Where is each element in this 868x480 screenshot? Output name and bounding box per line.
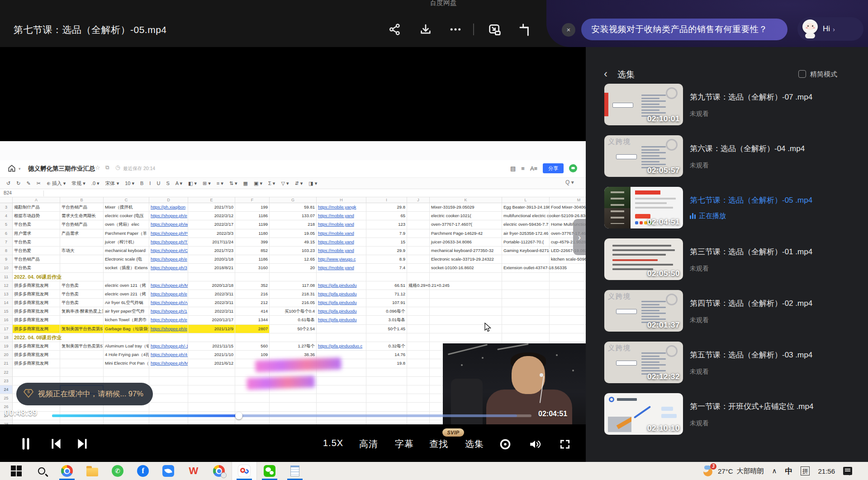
taskbar-baidu-netdisk[interactable] (232, 462, 257, 480)
previous-episode-button[interactable] (50, 437, 62, 453)
column-header-F: F (235, 197, 270, 203)
taskbar-start-button[interactable] (4, 462, 29, 480)
cell-C13: electric oven 221（烤 (104, 290, 149, 299)
hidden-icons-caret[interactable]: ∧ (768, 462, 781, 480)
toolbar-item[interactable]: ◨ ▾ (308, 181, 317, 186)
toolbar-item[interactable]: B (140, 181, 143, 186)
settings-icon[interactable] (499, 438, 512, 452)
toolbar-item[interactable]: ⇅ ▾ (229, 181, 237, 186)
row-number: 17 (0, 325, 13, 333)
taskbar-whatsapp[interactable]: ✆ (105, 462, 130, 480)
table-row: 4根据市场趋势需求大生命周期长electric cooker (电压https:… (0, 212, 586, 220)
cell-I14: 107.91 (366, 299, 407, 307)
next-episode-button[interactable] (76, 437, 89, 453)
taskbar-lark[interactable] (156, 462, 181, 480)
cell-C12: electric oven 121（烤 (104, 281, 149, 290)
taskbar-file-explorer[interactable] (80, 462, 105, 480)
cell-I25 (366, 394, 407, 403)
notification-center-icon[interactable] (839, 462, 856, 480)
toolbar-item[interactable]: Σ ▾ (268, 181, 275, 186)
quality-button[interactable]: 高清 (359, 438, 378, 450)
playlist-item[interactable]: 02:04:51第七节课：选品（全解析）-05 .mp4正在播放 (604, 187, 858, 228)
ai-search-pill[interactable]: 安装视频对于收纳类产品的销售有何重要性？ (581, 19, 787, 40)
fullscreen-icon[interactable] (559, 438, 571, 452)
cell-J14 (407, 299, 430, 307)
toolbar-item[interactable]: ▦ (243, 181, 248, 186)
cell-I20: 14.76 (366, 351, 407, 359)
panel-back-icon[interactable]: ‹ (604, 68, 607, 80)
panel-collapse-tab[interactable]: › (573, 219, 586, 255)
cell-H3: https://mobile.yangk (317, 203, 366, 212)
cell-J11 (407, 273, 430, 281)
simple-mode-checkbox[interactable] (798, 70, 806, 78)
playlist-item[interactable]: 02:10:01第九节课：选品（全解析）-07 .mp4未观看 (604, 84, 858, 125)
playlist-item[interactable]: 义跨境02:05:57第六课：选品（全解析）-04 .mp4未观看 (604, 135, 858, 177)
toolbar-item[interactable]: .0 ▾ (91, 181, 100, 186)
toolbar-item[interactable]: ✎ (26, 181, 30, 186)
toolbar-item[interactable]: 10 ▾ (125, 181, 134, 186)
row-number: 15 (0, 307, 13, 316)
presenter-body (486, 390, 572, 424)
toolbar-item[interactable]: ⊕ 插入 ▾ (47, 180, 66, 187)
taskbar-wps-office[interactable]: W (181, 462, 206, 480)
close-search-icon[interactable]: × (562, 23, 575, 37)
buffering-text: 视频正在缓冲中，请稍候... 97% (38, 389, 143, 399)
playlist-item[interactable]: 02:10:10第一节课：开班仪式+店铺定位 .mp4未观看 (604, 393, 858, 435)
toolbar-item[interactable]: 宋体 ▾ (105, 180, 119, 187)
playlist-item[interactable]: 02:05:50第三节课：选品（全解析）-01 .mp4未观看 (604, 238, 858, 280)
taskbar-wechat[interactable] (257, 462, 282, 480)
screenshot-crop-icon[interactable] (518, 23, 533, 37)
speed-button[interactable]: 1.5X (323, 438, 343, 448)
episodes-button[interactable]: 选集 (465, 438, 484, 450)
cell-E14: 2022/3/11 (188, 299, 235, 307)
toolbar-item[interactable]: ✂ (37, 181, 41, 186)
chair (451, 379, 483, 424)
share-icon[interactable] (388, 23, 403, 37)
chevron-right-icon: › (833, 25, 835, 33)
mini-player-icon[interactable] (488, 23, 502, 37)
more-icon[interactable] (449, 23, 463, 37)
toolbar-item[interactable]: 常规 ▾ (71, 180, 85, 187)
toolbar-item[interactable]: ⊞ ▾ (203, 181, 211, 186)
toolbar-item[interactable]: U (157, 181, 160, 186)
toolbar-item[interactable]: S (166, 181, 169, 186)
volume-icon[interactable] (528, 437, 542, 453)
column-header-M: M (550, 197, 586, 203)
cell-G10: 20 (270, 264, 317, 272)
episode-thumbnail: 02:10:01 (604, 84, 683, 125)
taskbar-notepad[interactable] (282, 462, 308, 480)
ime-language[interactable]: 中 (781, 462, 797, 480)
playlist-item[interactable]: 义跨境02:12:32第五节课：选品（全解析）-03 .mp4未观看 (604, 342, 858, 383)
assistant-pill[interactable]: Hi › (797, 17, 863, 41)
toolbar-item[interactable]: ↺ (6, 181, 10, 186)
toolbar-item[interactable]: ▣ ▾ (254, 181, 262, 186)
ime-mode[interactable]: 拼 (797, 462, 814, 480)
cell-E22 (188, 368, 235, 377)
taskbar-taskbar-search[interactable] (29, 462, 54, 480)
toolbar-item[interactable]: ↻ (16, 181, 20, 186)
playlist-item[interactable]: 义跨境02:01:37第四节课：选品（全解析）-02 .mp4未观看 (604, 290, 858, 332)
toolbar-item[interactable]: A ▾ (175, 181, 182, 186)
seek-bar[interactable] (52, 414, 531, 417)
cell-C16: kichen Towel（厨房巾 (104, 316, 149, 324)
toolbar-item[interactable]: ▽ ▾ (281, 181, 289, 186)
toolbar-item[interactable]: ⇵ ▾ (294, 181, 303, 186)
toolbar-item[interactable]: I (149, 181, 151, 186)
taskbar-chrome-profile[interactable] (206, 462, 232, 480)
cell-F7: 399 (235, 238, 270, 247)
weather-widget[interactable]: 3 27°C 大部晴朗 (698, 462, 768, 480)
toolbar-item[interactable]: ≡ ▾ (217, 181, 223, 186)
taskbar-facebook[interactable]: f (130, 462, 156, 480)
pause-button[interactable] (20, 437, 32, 453)
cell-D22 (149, 368, 188, 377)
taskbar-chrome[interactable] (54, 462, 80, 480)
column-header-C: C (104, 197, 149, 203)
clock[interactable]: 21:56 (814, 462, 839, 480)
svg-text:S: S (27, 390, 30, 394)
cell-L13 (502, 290, 550, 299)
find-button[interactable]: 查找 (429, 438, 448, 450)
subtitles-button[interactable]: 字幕 (395, 438, 414, 450)
cell-G5: 218 (270, 220, 317, 229)
download-icon[interactable] (419, 23, 433, 37)
toolbar-item[interactable]: ◧ ▾ (188, 181, 197, 186)
